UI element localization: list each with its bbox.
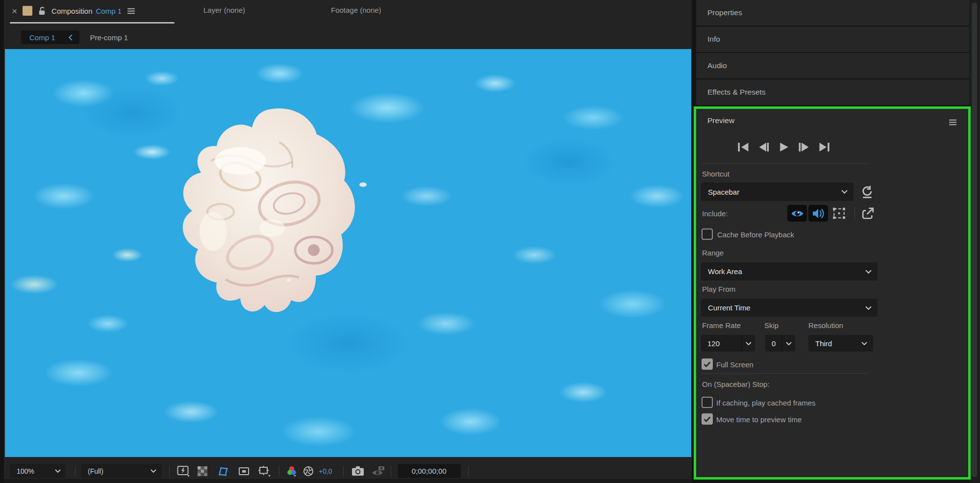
shortcut-select[interactable]: Spacebar [701, 182, 854, 201]
sidebar-item-effects-presets[interactable]: Effects & Presets [696, 79, 969, 105]
chevron-down-icon[interactable] [781, 335, 795, 352]
skip-label: Skip [764, 321, 779, 330]
playback-controls [737, 142, 830, 152]
on-stop-label: On (Spacebar) Stop: [702, 380, 770, 388]
chevron-down-icon [865, 306, 872, 310]
active-tab-underline [10, 22, 175, 24]
chevron-down-icon [865, 270, 872, 274]
move-time-checkbox[interactable] [702, 413, 713, 425]
vertical-scrollbar[interactable] [972, 2, 977, 477]
divider [701, 163, 868, 164]
sidebar-item-label: Properties [707, 8, 742, 17]
exposure-aperture-icon[interactable] [302, 464, 314, 478]
previous-frame-button[interactable] [758, 142, 770, 152]
range-select[interactable]: Work Area [701, 262, 878, 280]
composition-navigator: Comp 1 Pre-comp 1 [21, 30, 128, 44]
reset-icon[interactable] [860, 185, 874, 199]
chevron-down-icon [841, 190, 848, 194]
separator [169, 466, 170, 477]
chevron-down-icon[interactable] [741, 335, 755, 352]
region-of-interest-icon[interactable] [237, 464, 251, 478]
include-label: Include: [702, 209, 728, 218]
separator [391, 466, 391, 477]
include-overlays-icon[interactable] [829, 205, 848, 222]
move-time-label: Move time to preview time [716, 415, 802, 424]
play-button[interactable] [779, 142, 789, 152]
chevron-down-icon [55, 469, 61, 473]
right-sidebar: Properties Info Audio Effects & Presets [696, 0, 969, 106]
shortcut-label: Shortcut [702, 170, 729, 178]
viewer-toolbar: 100% (Full) [4, 463, 692, 479]
resolution-preview-select[interactable]: Third [808, 335, 873, 352]
include-audio-icon[interactable] [808, 205, 828, 222]
resolution-label: Resolution [808, 321, 843, 330]
after-effects-window: × CompositionComp 1 Layer (none) Footage… [0, 0, 980, 483]
droplet [359, 182, 367, 187]
sidebar-item-audio[interactable]: Audio [696, 53, 969, 78]
mask-visibility-icon[interactable] [213, 464, 233, 478]
exposure-value[interactable]: +0,0 [319, 467, 332, 475]
sidebar-item-properties[interactable]: Properties [696, 0, 969, 25]
magnification-value: 100% [17, 467, 34, 475]
separator [343, 466, 344, 477]
skip-value: 0 [765, 335, 781, 352]
if-caching-label: If caching, play cached frames [716, 399, 816, 407]
composition-panel: × CompositionComp 1 Layer (none) Footage… [4, 0, 692, 479]
breadcrumb-current-label: Comp 1 [29, 33, 55, 42]
fast-previews-icon[interactable] [174, 464, 193, 478]
frame-rate-combo[interactable]: 120 [701, 335, 755, 352]
snapshot-camera-icon[interactable] [351, 464, 365, 478]
if-caching-checkbox[interactable] [702, 397, 713, 408]
tab-footage[interactable]: Footage (none) [331, 6, 381, 14]
cache-before-playback-checkbox[interactable] [702, 229, 713, 240]
show-snapshot-icon[interactable] [371, 464, 386, 478]
tab-layer[interactable]: Layer (none) [203, 6, 245, 14]
tab-composition-label: Composition [51, 7, 92, 15]
skip-combo[interactable]: 0 [765, 335, 795, 352]
liquid-blob-artwork [167, 103, 365, 319]
composition-viewport[interactable] [5, 49, 691, 457]
chevron-down-icon [151, 469, 156, 473]
first-frame-button[interactable] [737, 142, 750, 152]
magnification-select[interactable]: 100% [10, 464, 66, 478]
sidebar-item-label: Effects & Presets [707, 88, 766, 97]
full-screen-checkbox[interactable] [702, 358, 713, 370]
preview-panel: Preview Shortcut Spacebar Include: [696, 109, 968, 477]
panel-bottom-strip [4, 479, 692, 483]
guide-options-icon[interactable] [255, 464, 273, 478]
last-frame-button[interactable] [818, 142, 830, 152]
resolution-value: (Full) [88, 467, 103, 475]
include-video-icon[interactable] [787, 205, 807, 222]
breadcrumb-parent-comp[interactable]: Pre-comp 1 [90, 33, 128, 42]
preview-panel-title: Preview [707, 116, 734, 125]
cache-before-playback-label: Cache Before Playback [717, 230, 794, 239]
separator [279, 466, 279, 477]
preview-panel-menu-icon[interactable] [949, 119, 957, 127]
next-frame-button[interactable] [798, 142, 810, 152]
frame-rate-label: Frame Rate [702, 321, 741, 330]
resolution-select[interactable]: (Full) [81, 464, 161, 478]
sidebar-item-label: Info [707, 35, 720, 44]
play-from-select[interactable]: Current Time [701, 299, 878, 317]
primary-viewer-icon[interactable] [861, 206, 875, 221]
unlock-icon[interactable] [38, 6, 46, 16]
close-panel-icon[interactable]: × [12, 6, 17, 16]
separator [468, 466, 469, 477]
play-from-label: Play From [702, 285, 735, 293]
panel-menu-icon[interactable] [127, 8, 135, 14]
separator [854, 207, 855, 221]
breadcrumb-current-comp[interactable]: Comp 1 [21, 30, 79, 44]
chevron-down-icon [861, 342, 867, 345]
tab-composition[interactable]: CompositionComp 1 [51, 7, 122, 15]
current-time-field[interactable]: 0;00;00;00 [398, 464, 461, 478]
play-from-value: Current Time [708, 304, 751, 312]
divider [701, 373, 868, 374]
full-screen-label: Full Screen [716, 360, 754, 369]
droplet [287, 279, 291, 282]
transparency-grid-icon[interactable] [196, 464, 209, 478]
sidebar-item-info[interactable]: Info [696, 26, 969, 52]
channel-rgb-icon[interactable] [285, 464, 298, 478]
separator [75, 466, 75, 477]
shortcut-value: Spacebar [708, 188, 739, 196]
frame-rate-value: 120 [701, 335, 741, 352]
